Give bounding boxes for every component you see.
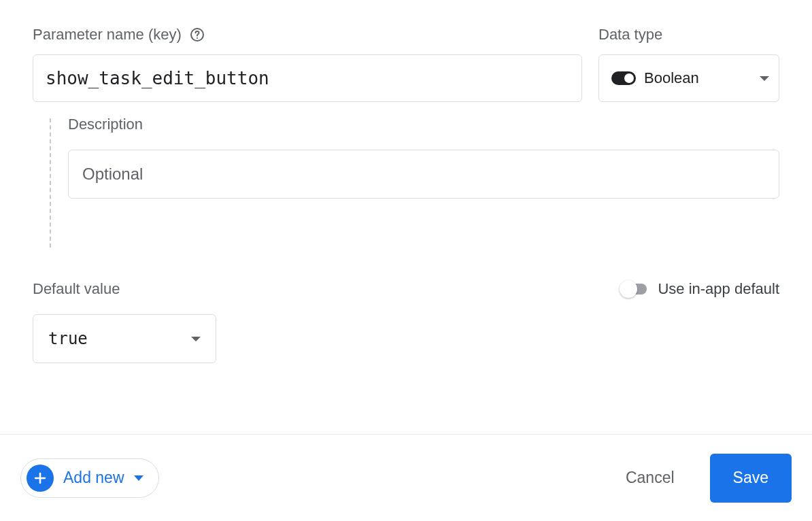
default-value-row: Default value Use in-app default <box>33 280 779 298</box>
add-new-button[interactable]: Add new <box>20 458 159 498</box>
chevron-down-icon <box>191 337 201 341</box>
default-value-select[interactable]: true <box>33 314 216 363</box>
indent-rail <box>33 116 68 248</box>
description-section: Description <box>68 116 779 248</box>
default-value-text: true <box>48 329 88 348</box>
data-type-select[interactable]: Boolean <box>598 54 779 102</box>
help-icon[interactable] <box>188 26 206 44</box>
plus-icon <box>27 465 54 492</box>
footer: Add new Cancel Save <box>0 434 812 521</box>
data-type-section: Data type Boolean <box>598 24 779 102</box>
use-in-app-default-label: Use in-app default <box>658 280 779 298</box>
use-in-app-default-group: Use in-app default <box>621 280 779 298</box>
save-button[interactable]: Save <box>710 454 792 503</box>
chevron-down-icon <box>760 76 769 81</box>
chevron-down-icon <box>134 475 143 481</box>
parameter-name-section: Parameter name (key) <box>33 24 582 102</box>
description-input[interactable] <box>68 150 779 199</box>
data-type-label-text: Data type <box>598 26 662 44</box>
dashed-line <box>50 118 51 248</box>
top-row: Parameter name (key) Data type Boolean <box>33 24 779 102</box>
add-new-label: Add new <box>63 469 124 487</box>
form-main: Parameter name (key) Data type Boolean <box>0 0 812 363</box>
switch-knob <box>620 280 637 298</box>
use-in-app-default-switch[interactable] <box>621 284 647 295</box>
cancel-button[interactable]: Cancel <box>620 462 680 494</box>
description-label: Description <box>68 116 779 133</box>
footer-actions: Cancel Save <box>620 454 792 503</box>
boolean-type-icon <box>611 71 636 85</box>
default-value-label: Default value <box>33 280 120 298</box>
parameter-name-label-text: Parameter name (key) <box>33 26 182 44</box>
data-type-label: Data type <box>598 24 779 45</box>
data-type-value: Boolean <box>644 69 751 87</box>
svg-point-1 <box>197 37 198 39</box>
indented-section: Description <box>33 116 779 248</box>
parameter-name-label: Parameter name (key) <box>33 24 582 45</box>
parameter-name-input[interactable] <box>33 54 582 102</box>
